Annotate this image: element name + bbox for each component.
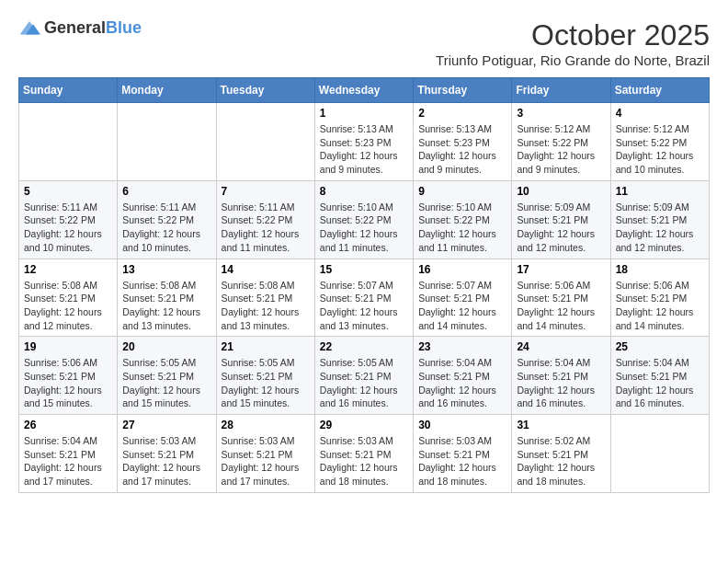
day-info: Sunrise: 5:11 AM Sunset: 5:22 PM Dayligh… [122, 201, 210, 255]
day-info: Sunrise: 5:07 AM Sunset: 5:21 PM Dayligh… [320, 279, 408, 333]
day-info: Sunrise: 5:09 AM Sunset: 5:21 PM Dayligh… [517, 201, 605, 255]
calendar-day-cell: 5Sunrise: 5:11 AM Sunset: 5:22 PM Daylig… [19, 180, 118, 259]
calendar-day-cell: 29Sunrise: 5:03 AM Sunset: 5:21 PM Dayli… [314, 415, 413, 493]
day-number: 26 [24, 419, 112, 431]
calendar-day-cell: 2Sunrise: 5:13 AM Sunset: 5:23 PM Daylig… [414, 103, 512, 181]
day-info: Sunrise: 5:06 AM Sunset: 5:21 PM Dayligh… [616, 279, 704, 333]
day-number: 13 [122, 263, 210, 276]
calendar-table: SundayMondayTuesdayWednesdayThursdayFrid… [18, 77, 710, 493]
day-info: Sunrise: 5:12 AM Sunset: 5:22 PM Dayligh… [517, 122, 605, 177]
day-info: Sunrise: 5:06 AM Sunset: 5:21 PM Dayligh… [24, 356, 112, 410]
calendar-body: 1Sunrise: 5:13 AM Sunset: 5:23 PM Daylig… [19, 103, 710, 493]
day-info: Sunrise: 5:11 AM Sunset: 5:22 PM Dayligh… [222, 201, 310, 255]
calendar-day-cell: 11Sunrise: 5:09 AM Sunset: 5:21 PM Dayli… [610, 180, 709, 259]
calendar-day-cell: 25Sunrise: 5:04 AM Sunset: 5:21 PM Dayli… [610, 337, 709, 415]
day-info: Sunrise: 5:03 AM Sunset: 5:21 PM Dayligh… [320, 434, 408, 488]
calendar-day-cell: 17Sunrise: 5:06 AM Sunset: 5:21 PM Dayli… [512, 259, 610, 337]
day-number: 22 [320, 340, 408, 353]
logo-blue: Blue [106, 18, 142, 37]
day-info: Sunrise: 5:04 AM Sunset: 5:21 PM Dayligh… [24, 434, 112, 488]
day-number: 15 [320, 263, 408, 276]
day-info: Sunrise: 5:02 AM Sunset: 5:21 PM Dayligh… [517, 434, 605, 488]
day-number: 16 [418, 263, 506, 276]
calendar-day-cell: 24Sunrise: 5:04 AM Sunset: 5:21 PM Dayli… [512, 337, 610, 415]
calendar-day-cell: 8Sunrise: 5:10 AM Sunset: 5:22 PM Daylig… [314, 180, 413, 259]
day-info: Sunrise: 5:03 AM Sunset: 5:21 PM Dayligh… [418, 434, 506, 488]
weekday-header-row: SundayMondayTuesdayWednesdayThursdayFrid… [19, 78, 710, 103]
calendar-day-cell: 31Sunrise: 5:02 AM Sunset: 5:21 PM Dayli… [512, 415, 610, 493]
calendar-day-cell: 1Sunrise: 5:13 AM Sunset: 5:23 PM Daylig… [314, 103, 413, 181]
day-info: Sunrise: 5:03 AM Sunset: 5:21 PM Dayligh… [222, 434, 310, 488]
weekday-header-cell: Saturday [610, 78, 709, 103]
day-number: 19 [24, 340, 112, 353]
calendar-day-cell: 20Sunrise: 5:05 AM Sunset: 5:21 PM Dayli… [118, 337, 216, 415]
calendar-day-cell: 26Sunrise: 5:04 AM Sunset: 5:21 PM Dayli… [19, 415, 118, 493]
calendar-day-cell: 23Sunrise: 5:04 AM Sunset: 5:21 PM Dayli… [414, 337, 512, 415]
calendar-day-cell [216, 103, 314, 181]
calendar-week-row: 1Sunrise: 5:13 AM Sunset: 5:23 PM Daylig… [19, 103, 710, 181]
day-number: 8 [320, 185, 408, 198]
day-info: Sunrise: 5:05 AM Sunset: 5:21 PM Dayligh… [222, 356, 310, 410]
day-info: Sunrise: 5:10 AM Sunset: 5:22 PM Dayligh… [320, 201, 408, 255]
calendar-day-cell: 21Sunrise: 5:05 AM Sunset: 5:21 PM Dayli… [216, 337, 314, 415]
header: GeneralBlue October 2025 Triunfo Potigua… [18, 18, 710, 68]
calendar-day-cell: 28Sunrise: 5:03 AM Sunset: 5:21 PM Dayli… [216, 415, 314, 493]
calendar-day-cell: 14Sunrise: 5:08 AM Sunset: 5:21 PM Dayli… [216, 259, 314, 337]
calendar-day-cell [118, 103, 216, 181]
day-number: 11 [616, 185, 704, 198]
day-info: Sunrise: 5:12 AM Sunset: 5:22 PM Dayligh… [616, 122, 704, 177]
day-number: 23 [418, 340, 506, 353]
calendar-day-cell: 13Sunrise: 5:08 AM Sunset: 5:21 PM Dayli… [118, 259, 216, 337]
calendar-day-cell: 9Sunrise: 5:10 AM Sunset: 5:22 PM Daylig… [414, 180, 512, 259]
calendar-week-row: 5Sunrise: 5:11 AM Sunset: 5:22 PM Daylig… [19, 180, 710, 259]
day-number: 5 [24, 185, 112, 198]
calendar-day-cell: 3Sunrise: 5:12 AM Sunset: 5:22 PM Daylig… [512, 103, 610, 181]
calendar-week-row: 19Sunrise: 5:06 AM Sunset: 5:21 PM Dayli… [19, 337, 710, 415]
day-number: 7 [222, 185, 310, 198]
day-number: 28 [222, 419, 310, 431]
calendar-week-row: 12Sunrise: 5:08 AM Sunset: 5:21 PM Dayli… [19, 259, 710, 337]
day-info: Sunrise: 5:07 AM Sunset: 5:21 PM Dayligh… [418, 279, 506, 333]
day-info: Sunrise: 5:08 AM Sunset: 5:21 PM Dayligh… [24, 279, 112, 333]
day-info: Sunrise: 5:06 AM Sunset: 5:21 PM Dayligh… [517, 279, 605, 333]
day-info: Sunrise: 5:09 AM Sunset: 5:21 PM Dayligh… [616, 201, 704, 255]
weekday-header-cell: Thursday [414, 78, 512, 103]
calendar-week-row: 26Sunrise: 5:04 AM Sunset: 5:21 PM Dayli… [19, 415, 710, 493]
weekday-header-cell: Wednesday [314, 78, 413, 103]
day-number: 17 [517, 263, 605, 276]
weekday-header-cell: Tuesday [216, 78, 314, 103]
weekday-header-cell: Monday [118, 78, 216, 103]
day-info: Sunrise: 5:03 AM Sunset: 5:21 PM Dayligh… [122, 434, 210, 488]
day-info: Sunrise: 5:13 AM Sunset: 5:23 PM Dayligh… [418, 122, 506, 177]
day-info: Sunrise: 5:13 AM Sunset: 5:23 PM Dayligh… [320, 122, 408, 177]
calendar-day-cell: 22Sunrise: 5:05 AM Sunset: 5:21 PM Dayli… [314, 337, 413, 415]
calendar-day-cell [610, 415, 709, 493]
logo-general: General [44, 18, 106, 37]
day-number: 6 [122, 185, 210, 198]
day-number: 27 [122, 419, 210, 431]
calendar-day-cell: 7Sunrise: 5:11 AM Sunset: 5:22 PM Daylig… [216, 180, 314, 259]
calendar-day-cell: 16Sunrise: 5:07 AM Sunset: 5:21 PM Dayli… [414, 259, 512, 337]
calendar-day-cell: 30Sunrise: 5:03 AM Sunset: 5:21 PM Dayli… [414, 415, 512, 493]
calendar-day-cell: 18Sunrise: 5:06 AM Sunset: 5:21 PM Dayli… [610, 259, 709, 337]
day-number: 21 [222, 340, 310, 353]
day-info: Sunrise: 5:08 AM Sunset: 5:21 PM Dayligh… [122, 279, 210, 333]
weekday-header-cell: Sunday [19, 78, 118, 103]
day-number: 31 [517, 419, 605, 431]
day-number: 30 [418, 419, 506, 431]
weekday-header-cell: Friday [512, 78, 610, 103]
day-info: Sunrise: 5:04 AM Sunset: 5:21 PM Dayligh… [517, 356, 605, 410]
day-info: Sunrise: 5:04 AM Sunset: 5:21 PM Dayligh… [616, 356, 704, 410]
day-info: Sunrise: 5:04 AM Sunset: 5:21 PM Dayligh… [418, 356, 506, 410]
day-number: 4 [616, 107, 704, 120]
calendar-day-cell: 27Sunrise: 5:03 AM Sunset: 5:21 PM Dayli… [118, 415, 216, 493]
month-title: October 2025 [436, 18, 710, 52]
day-info: Sunrise: 5:10 AM Sunset: 5:22 PM Dayligh… [418, 201, 506, 255]
day-info: Sunrise: 5:05 AM Sunset: 5:21 PM Dayligh… [320, 356, 408, 410]
day-number: 9 [418, 185, 506, 198]
calendar-day-cell [19, 103, 118, 181]
day-number: 14 [222, 263, 310, 276]
calendar-day-cell: 12Sunrise: 5:08 AM Sunset: 5:21 PM Dayli… [19, 259, 118, 337]
day-info: Sunrise: 5:11 AM Sunset: 5:22 PM Dayligh… [24, 201, 112, 255]
day-info: Sunrise: 5:08 AM Sunset: 5:21 PM Dayligh… [222, 279, 310, 333]
